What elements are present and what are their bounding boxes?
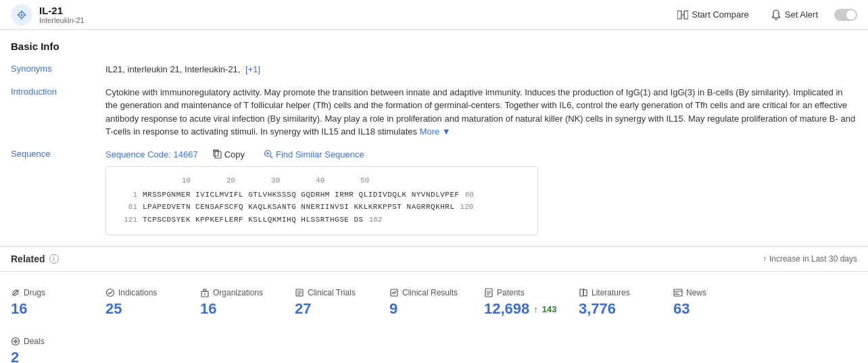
- clinical-trials-value[interactable]: 27: [295, 300, 373, 318]
- svg-line-18: [108, 293, 110, 294]
- indications-label: Indications: [118, 288, 157, 297]
- header-left: IL-21 Interleukin-21: [11, 4, 85, 26]
- stats-grid: Drugs 16 Indications 25: [11, 283, 857, 363]
- synonyms-tag[interactable]: [+1]: [245, 64, 260, 74]
- seq-num: 61: [117, 201, 137, 213]
- stat-label: Drugs: [11, 288, 89, 297]
- trend-icon: ↑: [763, 254, 767, 264]
- stat-news: News 63: [673, 283, 768, 323]
- deals-label: Deals: [24, 337, 45, 346]
- set-alert-button[interactable]: Set Alert: [765, 7, 823, 23]
- svg-line-19: [110, 291, 112, 294]
- page-subtitle: Interleukin-21: [39, 16, 85, 24]
- alert-toggle[interactable]: [834, 9, 857, 21]
- sequence-label: Sequence: [11, 148, 105, 159]
- stats-container: Drugs 16 Indications 25: [0, 271, 868, 363]
- synonyms-value: IL21, interleukin 21, Interleukin-21, [+…: [105, 63, 857, 76]
- sequence-content: Sequence Code: 14667 Copy: [105, 148, 857, 236]
- stat-literatures: Literatures 3,776: [579, 283, 673, 323]
- stat-label: Patents: [484, 288, 562, 297]
- stat-deals: Deals 2: [11, 331, 105, 363]
- svg-line-12: [270, 156, 272, 159]
- literatures-value[interactable]: 3,776: [579, 300, 657, 318]
- patents-value[interactable]: 12,698: [484, 300, 529, 318]
- stat-label: Clinical Results: [389, 288, 468, 297]
- clinical-trials-label: Clinical Trials: [308, 288, 356, 297]
- stat-label: Deals: [11, 337, 89, 346]
- copy-icon: [213, 149, 222, 159]
- seq-num: 121: [117, 214, 137, 226]
- seq-line-3: 121 TCPSCDSYEK KPPKEFLERF KSLLQKMIHQ HLS…: [117, 214, 527, 226]
- seq-data: MRSSPGNMER IVICLMVIFL GTLVHKSSSQ GQDRHM …: [143, 189, 460, 201]
- news-label: News: [686, 288, 706, 297]
- introduction-text: Cytokine with immunoregulatory activity.…: [105, 87, 855, 137]
- drugs-icon: [11, 288, 20, 297]
- seq-end-num: 120: [460, 201, 474, 213]
- more-link[interactable]: More ▼: [420, 126, 451, 137]
- introduction-row: Introduction Cytokine with immunoregulat…: [11, 86, 857, 139]
- svg-point-1: [21, 14, 23, 16]
- synonyms-text: IL21, interleukin 21, Interleukin-21,: [105, 64, 240, 74]
- seq-line-1: 1 MRSSPGNMER IVICLMVIFL GTLVHKSSSQ GQDRH…: [117, 189, 527, 201]
- start-compare-button[interactable]: Start Compare: [672, 7, 754, 23]
- synonyms-label: Synonyms: [11, 63, 105, 74]
- molecule-icon: [11, 4, 32, 26]
- search-icon: [264, 149, 273, 159]
- clinical-results-label: Clinical Results: [402, 288, 458, 297]
- stat-clinical-results: Clinical Results 9: [389, 283, 484, 323]
- find-similar-label: Find Similar Sequence: [276, 149, 364, 160]
- stat-label: News: [673, 288, 752, 297]
- patents-trend-arrow: ↑: [533, 304, 538, 314]
- indications-icon: [105, 288, 115, 297]
- sequence-box: 10 20 30 40 50 1 MRSSPGNMER IVICLMVIFL G…: [105, 166, 538, 235]
- patents-label: Patents: [497, 288, 525, 297]
- page-header: IL-21 Interleukin-21 Start Compare Se: [0, 0, 868, 30]
- sequence-header: Sequence Code: 14667 Copy: [105, 148, 857, 162]
- deals-value[interactable]: 2: [11, 349, 89, 363]
- trials-icon: [295, 288, 304, 297]
- organizations-label: Organizations: [213, 288, 263, 297]
- stat-patents: Patents 12,698 ↑ 143: [484, 283, 579, 323]
- copy-button[interactable]: Copy: [209, 148, 249, 161]
- drugs-label: Drugs: [24, 288, 45, 297]
- copy-label: Copy: [224, 149, 245, 160]
- related-header: Related i ↑ Increase in Last 30 days: [0, 246, 868, 271]
- results-icon: [389, 288, 399, 297]
- svg-point-17: [107, 289, 114, 297]
- alert-icon: [771, 9, 781, 20]
- stat-organizations: Organizations 16: [200, 283, 295, 323]
- introduction-value: Cytokine with immunoregulatory activity.…: [105, 86, 857, 139]
- header-actions: Start Compare Set Alert: [672, 7, 857, 23]
- patents-value-row: 12,698 ↑ 143: [484, 300, 562, 318]
- seq-line-2: 61 LPAPEDVETN CENSAFSCFQ KAQLKSANTG NNER…: [117, 201, 527, 213]
- introduction-label: Introduction: [11, 86, 105, 97]
- stat-clinical-trials: Clinical Trials 27: [295, 283, 389, 323]
- seq-data: TCPSCDSYEK KPPKEFLERF KSLLQKMIHQ HLSSRTH…: [143, 214, 364, 226]
- seq-end-num: 162: [369, 214, 383, 226]
- seq-end-num: 60: [465, 189, 474, 201]
- stat-label: Literatures: [579, 288, 657, 297]
- patents-trend: 143: [542, 304, 557, 314]
- find-similar-button[interactable]: Find Similar Sequence: [260, 148, 368, 161]
- stat-indications: Indications 25: [105, 283, 200, 323]
- deals-icon: [11, 337, 20, 346]
- related-info-icon[interactable]: i: [49, 254, 59, 264]
- sequence-code[interactable]: Sequence Code: 14667: [105, 148, 198, 162]
- news-value[interactable]: 63: [673, 300, 752, 318]
- patents-icon: [484, 288, 493, 297]
- stat-drugs: Drugs 16: [11, 283, 105, 323]
- svg-rect-6: [677, 11, 681, 19]
- stat-label: Indications: [105, 288, 184, 297]
- org-icon: [200, 288, 210, 297]
- related-subtitle: ↑ Increase in Last 30 days: [763, 254, 857, 264]
- seq-num: 1: [117, 189, 137, 201]
- compare-label: Start Compare: [692, 9, 749, 20]
- clinical-results-value[interactable]: 9: [389, 300, 468, 318]
- related-title: Related i: [11, 253, 59, 264]
- stat-label: Organizations: [200, 288, 279, 297]
- indications-value[interactable]: 25: [105, 300, 184, 318]
- trend-label: Increase in Last 30 days: [769, 254, 857, 264]
- drugs-value[interactable]: 16: [11, 300, 89, 318]
- seq-data: LPAPEDVETN CENSAFSCFQ KAQLKSANTG NNERIIN…: [143, 201, 455, 213]
- organizations-value[interactable]: 16: [200, 300, 279, 318]
